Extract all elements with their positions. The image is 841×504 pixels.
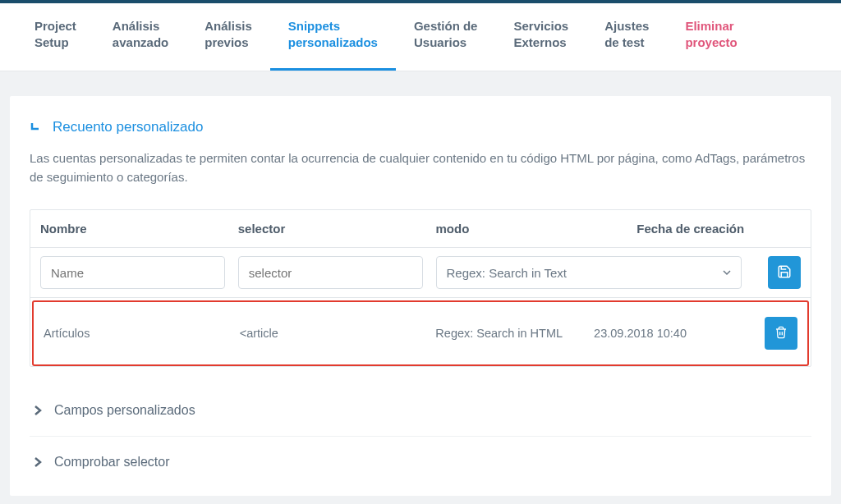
tab-analisis-avanzado[interactable]: Análisis avanzado xyxy=(94,3,186,71)
accordion-label: Comprobar selector xyxy=(54,455,170,470)
tab-project-setup[interactable]: Project Setup xyxy=(16,3,94,71)
tab-label-line1: Gestión de xyxy=(414,19,478,33)
custom-count-table: Nombre selector modo Fecha de creación R… xyxy=(30,209,811,367)
tab-label-line2: Externos xyxy=(513,35,566,49)
tab-label-line1: Ajustes xyxy=(604,19,649,33)
tab-label-line2: previos xyxy=(205,35,248,49)
selector-input[interactable] xyxy=(238,256,423,289)
table-header: Nombre selector modo Fecha de creación xyxy=(30,210,811,248)
cell-selector: <article xyxy=(240,327,436,340)
cell-mode: Regex: Search in HTML xyxy=(435,327,594,340)
tab-gestion-usuarios[interactable]: Gestión de Usuarios xyxy=(396,3,496,71)
col-header-name: Nombre xyxy=(40,222,238,236)
tab-label-line2: de test xyxy=(604,35,644,49)
name-input[interactable] xyxy=(40,256,225,289)
tab-label-line2: avanzado xyxy=(113,35,168,49)
delete-button[interactable] xyxy=(765,317,797,350)
accordion-label: Campos personalizados xyxy=(54,403,195,418)
custom-count-card: Recuento personalizado Las cuentas perso… xyxy=(10,96,831,497)
cell-name: Artículos xyxy=(44,327,240,340)
accordion-check-selector[interactable]: Comprobar selector xyxy=(30,436,811,488)
chevron-right-icon xyxy=(33,405,43,416)
accordion-custom-fields[interactable]: Campos personalizados xyxy=(30,385,811,436)
mode-select-value: Regex: Search in Text xyxy=(447,266,567,280)
table-input-row: Regex: Search in Text xyxy=(30,248,811,298)
tab-label-line1: Project xyxy=(34,19,76,33)
tab-analisis-previos[interactable]: Análisis previos xyxy=(186,3,270,71)
tab-label-line2: personalizados xyxy=(288,35,378,49)
col-header-mode: modo xyxy=(436,222,627,236)
tab-label-line1: Snippets xyxy=(288,19,340,33)
tab-eliminar-proyecto[interactable]: Eliminar proyecto xyxy=(667,3,755,71)
section-title: Recuento personalizado xyxy=(53,119,203,135)
cell-created: 23.09.2018 10:40 xyxy=(594,327,752,340)
collapse-icon xyxy=(30,121,43,134)
trash-icon xyxy=(774,325,788,342)
col-header-selector: selector xyxy=(238,222,436,236)
tab-ajustes-test[interactable]: Ajustes de test xyxy=(586,3,667,71)
save-button[interactable] xyxy=(768,256,801,289)
tab-label-line1: Servicios xyxy=(513,19,568,33)
mode-select[interactable]: Regex: Search in Text xyxy=(436,256,742,289)
tab-label-line2: proyecto xyxy=(685,35,737,49)
tab-label-line2: Setup xyxy=(34,35,69,49)
page-body: Recuento personalizado Las cuentas perso… xyxy=(0,71,841,505)
tab-label-line1: Análisis xyxy=(205,19,252,33)
tabs-nav: Project Setup Análisis avanzado Análisis… xyxy=(0,3,841,71)
section-header[interactable]: Recuento personalizado xyxy=(30,119,811,135)
chevron-right-icon xyxy=(33,456,43,468)
highlighted-row-box: Artículos <article Regex: Search in HTML… xyxy=(32,300,809,366)
tab-label-line1: Análisis xyxy=(113,19,160,33)
tab-label-line1: Eliminar xyxy=(685,19,733,33)
save-icon xyxy=(777,264,792,282)
tab-snippets-personalizados[interactable]: Snippets personalizados xyxy=(270,3,396,71)
tab-label-line2: Usuarios xyxy=(414,35,466,49)
col-header-created: Fecha de creación xyxy=(626,222,755,236)
table-row: Artículos <article Regex: Search in HTML… xyxy=(34,302,807,364)
tab-servicios-externos[interactable]: Servicios Externos xyxy=(495,3,586,71)
section-description: Las cuentas personalizadas te permiten c… xyxy=(30,149,811,187)
